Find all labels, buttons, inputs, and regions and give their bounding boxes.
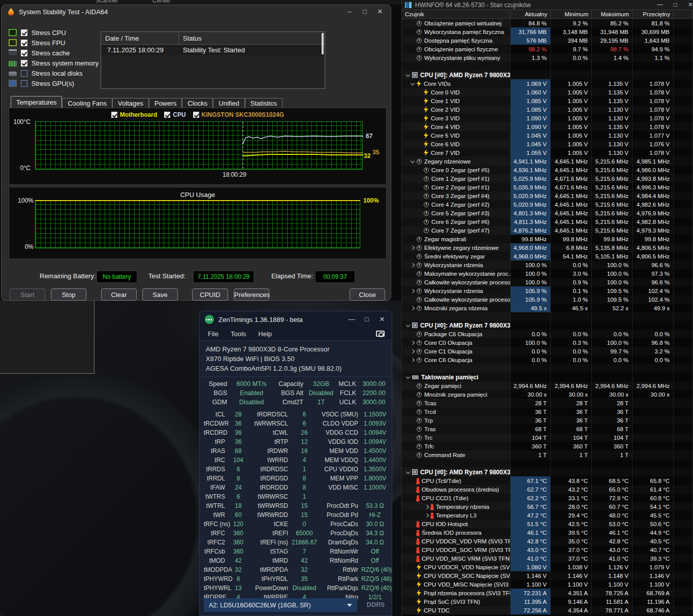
- sensor-row[interactable]: Całkowite wykorzystanie procesora100.0 %…: [402, 278, 693, 286]
- tab-statistics[interactable]: Statistics: [245, 98, 282, 108]
- sensor-row[interactable]: Efektywne zegary rdzeniowe4,968.0 MHz6.8…: [402, 243, 693, 252]
- log-scrollbar[interactable]: [322, 33, 324, 54]
- minimize-button[interactable]: –: [342, 7, 357, 17]
- sensor-row[interactable]: Temperatury rdzenia56.7 °C28.0 °C60.7 °C…: [402, 502, 693, 511]
- checkbox-stress-gpu-s-[interactable]: [21, 80, 27, 87]
- chevron-right-icon[interactable]: [411, 245, 415, 249]
- minimize-button[interactable]: —: [652, 0, 668, 9]
- column-header-aktualny[interactable]: Aktualny: [511, 10, 551, 18]
- log-column-date[interactable]: Date / Time: [101, 32, 179, 44]
- screenshot-camera-icon[interactable]: [376, 331, 385, 337]
- sensor-row[interactable]: Core 3 VID1.090 V1.005 V1.130 V1.078 V: [402, 114, 693, 122]
- log-column-status[interactable]: Status: [179, 35, 325, 42]
- sensor-row[interactable]: Core 1 Zegar (perf #1)5,025.9 MHz4,671.6…: [402, 174, 693, 183]
- sensor-row[interactable]: CPU TDC72.256 A4.354 A78.771 A68.746 A: [402, 606, 693, 614]
- menu-file[interactable]: File: [208, 330, 218, 338]
- sensor-row[interactable]: Core C6 Okupacja0.0 %0.0 %0.0 %0.0 %: [402, 355, 693, 364]
- sensor-row[interactable]: CPU (Tctl/Tdie)67.1 °C43.8 °C68.5 °C65.8…: [402, 476, 693, 485]
- sensor-row[interactable]: Obciążenie pamięci wirtualnej84.8 %9.2 %…: [402, 19, 693, 27]
- sensor-row[interactable]: Trcd36 T36 T36 T: [402, 407, 693, 416]
- maximize-button[interactable]: □: [359, 314, 374, 325]
- sensor-row[interactable]: CPU IOD Hotspot51.5 °C42.5 °C53.0 °C50.6…: [402, 520, 693, 528]
- sensor-row[interactable]: Core 4 Zegar (perf #2)5,020.9 MHz4,645.1…: [402, 200, 693, 209]
- sensor-row[interactable]: Prąd SoC (SVI3 TFN)11.395 A9.146 A11.581…: [402, 597, 693, 606]
- sensor-row[interactable]: Zegar magistrali99.8 MHz99.8 MHz99.8 MHz…: [402, 235, 693, 243]
- sensor-row[interactable]: Wykorzystanie rdzenia100.0 %0.0 %100.0 %…: [402, 261, 693, 269]
- sensor-row[interactable]: Core 7 VID1.055 V1.005 V1.130 V1.078 V: [402, 148, 693, 157]
- tab-unified[interactable]: Unified: [213, 98, 244, 108]
- sensor-row[interactable]: Dostępna pamięć fizyczna576 MB394 MB29,1…: [402, 36, 693, 45]
- checkbox-stress-system-memory[interactable]: [21, 60, 27, 67]
- sensor-section-row[interactable]: CPU [#0]: AMD Ryzen 7 9800X3D: C-State O…: [402, 321, 693, 330]
- chevron-right-icon[interactable]: [411, 306, 415, 310]
- sensor-row[interactable]: Trc104 T104 T104 T: [402, 433, 693, 442]
- checkbox-stress-fpu[interactable]: [21, 40, 27, 46]
- chevron-down-icon[interactable]: [406, 322, 410, 327]
- sensor-row[interactable]: Prąd rdzenia procesora (SVI3 TFN)72.231 …: [402, 589, 693, 597]
- sensor-row[interactable]: CPU CCD1 (Tdie)62.2 °C33.1 °C72.9 °C60.8…: [402, 494, 693, 502]
- sensor-row[interactable]: Core 4 VID1.090 V1.005 V1.135 V1.078 V: [402, 122, 693, 131]
- sensor-row[interactable]: CPU VDDCR_VDD Napięcie (SVI3 …1.080 V1.0…: [402, 563, 693, 571]
- sensor-row[interactable]: CPU VDD_MISC Napięcie (SVI3 T…1.100 V1.1…: [402, 580, 693, 589]
- sensor-row[interactable]: Command Rate1 T1 T1 T: [402, 450, 693, 459]
- sensor-row[interactable]: Obciążenie pamięci fizyczne98.2 %9.7 %98…: [402, 45, 693, 53]
- sensor-row[interactable]: CPU VDD_MISC VRM (SVI3 TFN)41.0 °C37.0 °…: [402, 554, 693, 563]
- close-button[interactable]: Close: [350, 288, 385, 301]
- stop-button[interactable]: Stop: [51, 288, 86, 301]
- chevron-right-icon[interactable]: [411, 340, 415, 344]
- checkbox[interactable]: [111, 112, 117, 118]
- chevron-right-icon[interactable]: [411, 263, 415, 267]
- sensor-row[interactable]: CPU VDDCR_SOC Napięcie (SVI3 …1.146 V1.1…: [402, 571, 693, 580]
- checkbox-stress-cache[interactable]: [21, 50, 27, 56]
- tab-cooling-fans[interactable]: Cooling Fans: [62, 98, 112, 108]
- sensor-row[interactable]: Obudowa procesora (średnia)62.7 °C43.2 °…: [402, 485, 693, 494]
- aida64-titlebar[interactable]: System Stability Test - AIDA64: [2, 5, 391, 18]
- sensor-row[interactable]: Tras68 T68 T68 T: [402, 425, 693, 433]
- sensor-row[interactable]: Zegar pamięci2,994.6 MHz2,994.6 MHz2,994…: [402, 381, 693, 390]
- column-header-czujnik[interactable]: Czujnik: [402, 10, 511, 18]
- clear-button[interactable]: Clear: [101, 288, 137, 301]
- tab-voltages[interactable]: Voltages: [112, 98, 149, 108]
- hwinfo-titlebar[interactable]: HWiNFO® 64 v8.26-5730 - Stan czujników —…: [402, 0, 693, 10]
- sensor-row[interactable]: Wykorzystana pamięć fizyczna31,766 MB3,1…: [402, 27, 693, 36]
- chevron-down-icon[interactable]: [411, 158, 415, 163]
- maximize-button[interactable]: □: [668, 0, 683, 9]
- sensor-row[interactable]: Core VIDs1.069 V1.005 V1.135 V1.078 V: [402, 79, 693, 88]
- sensor-row[interactable]: Maksymalne wykorzystanie proc…100.0 %3.0…: [402, 269, 693, 278]
- sensor-section-row[interactable]: CPU [#0]: AMD Ryzen 7 9800X3D: Enhanced: [402, 468, 693, 476]
- tab-powers[interactable]: Powers: [149, 98, 182, 108]
- cpuid-button[interactable]: CPUID: [192, 288, 228, 301]
- column-header-maksimum[interactable]: Maksimum: [592, 10, 633, 18]
- sensor-section-row[interactable]: CPU [#0]: AMD Ryzen 7 9800X3D: [402, 71, 693, 79]
- sensor-row[interactable]: CPU VDDCR_SOC VRM (SVI3 TFN)43.0 °C37.0 …: [402, 545, 693, 554]
- sensor-row[interactable]: Package C6 Okupacja0.0 %0.0 %0.0 %0.0 %: [402, 330, 693, 338]
- sensor-row[interactable]: Core 1 VID1.085 V1.005 V1.135 V1.078 V: [402, 96, 693, 105]
- table-row[interactable]: 7.11.2025 18:00:29Stability Test: Starte…: [101, 45, 325, 55]
- checkbox-stress-local-disks[interactable]: [21, 70, 27, 77]
- sensor-row[interactable]: Core C0 Okupacja100.0 %0.3 %100.0 %96.8 …: [402, 338, 693, 347]
- sensor-row[interactable]: Zegary rdzeniowe4,941.1 MHz4,645.1 MHz5,…: [402, 157, 693, 166]
- sensor-row[interactable]: Trp36 T36 T36 T: [402, 416, 693, 425]
- save-button[interactable]: Save: [142, 288, 178, 301]
- column-header-przeci-tny[interactable]: Przeciętny: [633, 10, 674, 18]
- chevron-right-icon[interactable]: [411, 358, 415, 362]
- chevron-right-icon[interactable]: [425, 513, 429, 517]
- checkbox-stress-cpu[interactable]: [21, 29, 27, 36]
- chevron-down-icon[interactable]: [406, 374, 410, 378]
- sensor-row[interactable]: Średni efektywny zegar4,968.0 MHz54.1 MH…: [402, 252, 693, 261]
- tab-clocks[interactable]: Clocks: [182, 98, 213, 108]
- close-button[interactable]: ✕: [372, 7, 388, 17]
- checkbox[interactable]: [164, 112, 170, 118]
- sensor-row[interactable]: Wykorzystanie rdzenia105.9 %0.1 %109.5 %…: [402, 286, 693, 295]
- sensor-row[interactable]: Całkowite wykorzystanie procesora105.9 %…: [402, 295, 693, 304]
- chevron-right-icon[interactable]: [411, 349, 415, 353]
- sensor-row[interactable]: Core 5 Zegar (perf #3)4,801.3 MHz4,645.1…: [402, 209, 693, 217]
- sensor-row[interactable]: Temperatury L347.2 °C29.4 °C48.0 °C45.5 …: [402, 511, 693, 520]
- minimize-button[interactable]: —: [344, 314, 359, 325]
- sensor-row[interactable]: Wykorzystanie pliku wymiany1.3 %0.0 %1.4…: [402, 53, 693, 62]
- sensor-row[interactable]: Core 0 VID1.060 V1.005 V1.135 V1.078 V: [402, 88, 693, 96]
- sensor-row[interactable]: Core 6 VID1.045 V1.005 V1.130 V1.076 V: [402, 140, 693, 148]
- column-header-minimum[interactable]: Minimum: [551, 10, 592, 18]
- chevron-down-icon[interactable]: [406, 72, 410, 76]
- sensor-row[interactable]: Core 6 Zegar (perf #6)4,811.3 MHz4,645.1…: [402, 217, 693, 226]
